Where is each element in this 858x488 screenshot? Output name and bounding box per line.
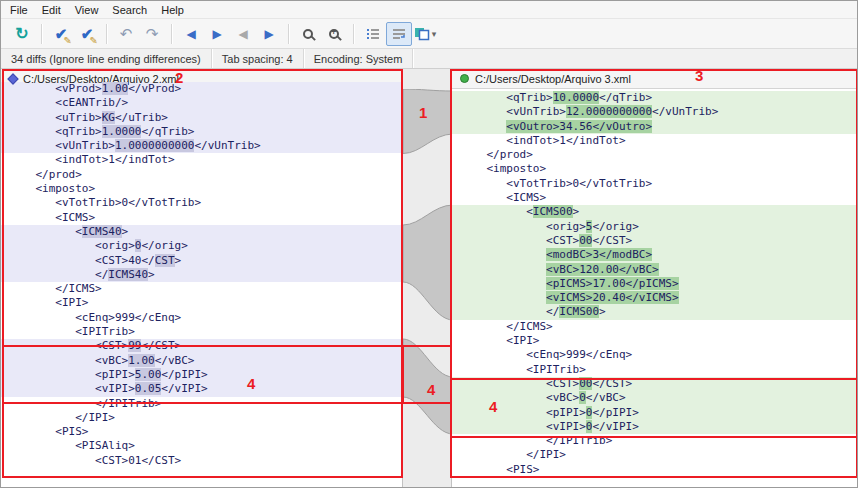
code-line: <vIPI>0</vIPI> bbox=[452, 420, 857, 434]
code-line: <IPITrib> bbox=[1, 325, 402, 339]
code-line: <imposto> bbox=[452, 162, 857, 176]
code-line: <pICMS>17.00</pICMS> bbox=[452, 277, 857, 291]
menu-view[interactable]: View bbox=[68, 2, 106, 18]
menu-search[interactable]: Search bbox=[105, 2, 154, 18]
refresh-button[interactable]: ↻ bbox=[9, 22, 35, 46]
left-editor[interactable]: <vProd>1.00</vProd> <cEANTrib/> <uTrib>K… bbox=[1, 82, 402, 468]
code-line: <CST>00</CST> bbox=[452, 234, 857, 248]
code-line: <cEnq>999</cEnq> bbox=[452, 348, 857, 362]
code-line: <pIPI>0</pIPI> bbox=[452, 406, 857, 420]
toolbar-separator bbox=[41, 24, 42, 44]
code-line: <cEnq>999</cEnq> bbox=[1, 311, 402, 325]
check-pencil-icon: ✔ ✎ bbox=[51, 24, 71, 44]
menu-edit[interactable]: Edit bbox=[35, 2, 68, 18]
code-line: </ICMS> bbox=[452, 320, 857, 334]
next-change-button[interactable]: ▶ bbox=[256, 22, 282, 46]
code-line: </IPITrib> bbox=[452, 434, 857, 448]
diff-connector bbox=[403, 89, 453, 154]
code-line: <indTot>1</indTot> bbox=[1, 153, 402, 167]
redo-button[interactable]: ↷ bbox=[139, 22, 165, 46]
code-line: <PIS> bbox=[452, 463, 857, 477]
diff-view: C:/Users/Desktop/Arquivo 2.xml <vProd>1.… bbox=[1, 69, 857, 487]
pencil-icon: ✎ bbox=[90, 35, 98, 46]
right-file-path: C:/Users/Desktop/Arquivo 3.xml bbox=[475, 73, 631, 85]
status-bar: 34 diffs (Ignore line ending differences… bbox=[1, 49, 857, 69]
code-line: <vBC>1.00</vBC> bbox=[1, 354, 402, 368]
code-line: <orig>5</orig> bbox=[452, 220, 857, 234]
toolbar-separator bbox=[288, 24, 289, 44]
code-line: </IPITrib> bbox=[1, 397, 402, 411]
word-wrap-icon bbox=[392, 27, 406, 41]
menu-file[interactable]: File bbox=[3, 2, 35, 18]
accept-left-change-button[interactable]: ✔ ✎ bbox=[48, 22, 74, 46]
code-line: <vOutro>34.56</vOutro> bbox=[452, 120, 857, 134]
code-line: <CST>01</CST> bbox=[1, 454, 402, 468]
diff-connector bbox=[403, 339, 453, 434]
find-button[interactable] bbox=[295, 22, 321, 46]
code-line: <CST>40</CST> bbox=[1, 254, 402, 268]
encoding-label: Encoding: System bbox=[304, 49, 414, 68]
check-pencil-icon: ✔ ✎ bbox=[77, 24, 97, 44]
tab-spacing-label: Tab spacing: 4 bbox=[212, 49, 304, 68]
code-line: <ICMS00> bbox=[452, 205, 857, 219]
code-line: <CST>00</CST> bbox=[452, 377, 857, 391]
arrow-right-icon: ▶ bbox=[212, 28, 221, 40]
left-pane: C:/Users/Desktop/Arquivo 2.xml <vProd>1.… bbox=[1, 69, 402, 487]
code-line: <modBC>3</modBC> bbox=[452, 248, 857, 262]
diff-count-label: 34 diffs (Ignore line ending differences… bbox=[1, 49, 212, 68]
accept-right-change-button[interactable]: ✔ ✎ bbox=[74, 22, 100, 46]
code-line: <IPI> bbox=[1, 296, 402, 310]
code-line: </ICMS40> bbox=[1, 268, 402, 282]
find-next-button[interactable] bbox=[321, 22, 347, 46]
code-line: <qTrib>1.0000</qTrib> bbox=[1, 125, 402, 139]
code-line: <qTrib>10.0000</qTrib> bbox=[452, 91, 857, 105]
code-line: <uTrib>KG</uTrib> bbox=[1, 111, 402, 125]
code-line: </ICMS> bbox=[1, 282, 402, 296]
pencil-icon: ✎ bbox=[64, 35, 72, 46]
code-line: </IPI> bbox=[1, 411, 402, 425]
code-line: <vUnTrib>1.0000000000</vUnTrib> bbox=[1, 139, 402, 153]
code-line: <CST>99</CST> bbox=[1, 339, 402, 353]
code-line: <vUnTrib>12.0000000000</vUnTrib> bbox=[452, 105, 857, 119]
code-line: <ICMS> bbox=[452, 191, 857, 205]
code-line: <orig>0</orig> bbox=[1, 239, 402, 253]
code-line: <PIS> bbox=[1, 425, 402, 439]
code-line: <ICMS> bbox=[1, 211, 402, 225]
toolbar-separator bbox=[171, 24, 172, 44]
diff-connector bbox=[403, 205, 453, 320]
right-pane: C:/Users/Desktop/Arquivo 3.xml <qTrib>10… bbox=[452, 69, 857, 487]
app-window: FileEditViewSearchHelp ↻ ✔ ✎ ✔ ✎ ↶ ↷ ◀ bbox=[0, 0, 858, 488]
code-line: <cEANTrib/> bbox=[1, 96, 402, 110]
search-icon bbox=[303, 29, 313, 39]
diff-gutter bbox=[402, 69, 452, 487]
word-wrap-button[interactable] bbox=[386, 22, 412, 46]
code-line: </prod> bbox=[452, 148, 857, 162]
next-diff-button[interactable]: ▶ bbox=[204, 22, 230, 46]
code-line: <PISAliq> bbox=[1, 439, 402, 453]
prev-change-button[interactable]: ◀ bbox=[230, 22, 256, 46]
search-plus-icon bbox=[329, 29, 339, 39]
redo-icon: ↷ bbox=[146, 26, 159, 41]
prev-diff-button[interactable]: ◀ bbox=[178, 22, 204, 46]
right-editor[interactable]: <qTrib>10.0000</qTrib> <vUnTrib>12.00000… bbox=[452, 91, 857, 477]
code-line: <vBC>120.00</vBC> bbox=[452, 263, 857, 277]
menu-bar: FileEditViewSearchHelp bbox=[1, 1, 857, 19]
code-line: <IPI> bbox=[452, 334, 857, 348]
code-line: <vICMS>20.40</vICMS> bbox=[452, 291, 857, 305]
code-line: <vTotTrib>0</vTotTrib> bbox=[1, 196, 402, 210]
code-line: <imposto> bbox=[1, 182, 402, 196]
menu-help[interactable]: Help bbox=[154, 2, 191, 18]
chevron-down-icon: ▾ bbox=[432, 29, 437, 39]
toolbar-separator bbox=[106, 24, 107, 44]
file-status-dot-icon bbox=[460, 74, 469, 83]
code-line: <vProd>1.00</vProd> bbox=[1, 82, 402, 96]
right-file-header: C:/Users/Desktop/Arquivo 3.xml bbox=[452, 69, 857, 89]
compare-icon bbox=[414, 27, 430, 41]
refresh-icon: ↻ bbox=[15, 26, 28, 42]
code-line: </ICMS00> bbox=[452, 305, 857, 319]
code-line: <IPITrib> bbox=[452, 363, 857, 377]
line-numbers-button[interactable] bbox=[360, 22, 386, 46]
compare-view-button[interactable]: ▾ bbox=[412, 22, 438, 46]
undo-icon: ↶ bbox=[120, 26, 133, 41]
undo-button[interactable]: ↶ bbox=[113, 22, 139, 46]
